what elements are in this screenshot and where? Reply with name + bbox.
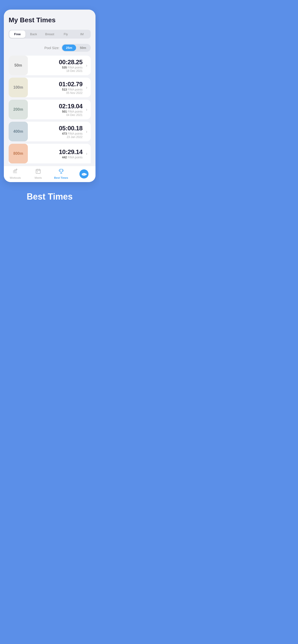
distance-info-800m: 10:29.14 442 FINA points (28, 148, 84, 159)
stroke-tab-free[interactable]: Free (9, 30, 26, 38)
distance-info-50m: 00:28.25 535 FINA points 18 Dec 2021 (28, 58, 84, 72)
nav-best-times-label: Best Times (54, 176, 68, 179)
page-title: My Best Times (9, 16, 91, 24)
table-row[interactable]: 50m 00:28.25 535 FINA points 18 Dec 2021… (9, 56, 91, 75)
bottom-nav: Workouts Meets Best Times (4, 166, 95, 182)
time-value-800m: 10:29.14 (59, 148, 83, 156)
nav-meets[interactable]: Meets (27, 168, 50, 179)
distance-badge-100m: 100m (9, 78, 28, 97)
calendar-icon (35, 168, 41, 176)
stroke-tab-bar: Free Back Breast Fly IM (9, 30, 91, 38)
time-value-50m: 00:28.25 (59, 58, 83, 66)
trophy-icon (58, 168, 64, 176)
table-row[interactable]: 800m 10:29.14 442 FINA points › (9, 144, 91, 164)
distance-badge-200m: 200m (9, 100, 28, 119)
distance-badge-400m: 400m (9, 122, 28, 141)
date-400m: 23 Jan 2022 (67, 135, 83, 139)
fina-row-200m: 501 FINA points (62, 110, 83, 113)
distance-badge-800m: 800m (9, 144, 28, 164)
user-avatar[interactable] (79, 170, 89, 178)
best-times-big-label: Best Times (27, 192, 72, 202)
pool-50m-button[interactable]: 50m (76, 44, 90, 51)
chevron-right-icon: › (86, 151, 87, 156)
time-value-400m: 05:00.18 (59, 124, 83, 132)
pool-25m-button[interactable]: 25m (62, 44, 76, 51)
nav-workouts-label: Workouts (10, 176, 21, 179)
pool-size-label: Pool Size: (44, 46, 60, 50)
nav-meets-label: Meets (35, 176, 42, 179)
distance-badge-50m: 50m (9, 56, 28, 75)
chevron-right-icon: › (86, 85, 87, 90)
distance-info-100m: 01:02.79 513 FINA points 05 Nov 2022 (28, 80, 84, 95)
date-200m: 04 Dec 2021 (66, 113, 83, 117)
nav-workouts[interactable]: Workouts (4, 168, 27, 179)
table-row[interactable]: 100m 01:02.79 513 FINA points 05 Nov 202… (9, 78, 91, 97)
fina-row-400m: 473 FINA points (62, 132, 83, 135)
chevron-right-icon: › (86, 129, 87, 134)
distance-info-400m: 05:00.18 473 FINA points 23 Jan 2022 (28, 124, 84, 139)
main-card: My Best Times Free Back Breast Fly IM Po… (4, 10, 95, 182)
fina-row-50m: 535 FINA points (62, 66, 83, 69)
chevron-right-icon: › (86, 107, 87, 112)
date-100m: 05 Nov 2022 (66, 91, 83, 95)
svg-rect-1 (36, 170, 40, 174)
distance-info-200m: 02:19.04 501 FINA points 04 Dec 2021 (28, 102, 84, 117)
stroke-tab-back[interactable]: Back (26, 30, 42, 38)
stroke-tab-im[interactable]: IM (74, 30, 90, 38)
chevron-right-icon: › (86, 63, 87, 68)
stroke-tab-fly[interactable]: Fly (58, 30, 74, 38)
pool-size-row: Pool Size: 25m 50m (9, 44, 91, 52)
svg-point-0 (16, 169, 17, 170)
fina-row-800m: 442 FINA points (62, 156, 83, 159)
nav-avatar[interactable] (73, 170, 96, 178)
svg-point-6 (83, 174, 83, 174)
date-50m: 18 Dec 2021 (66, 69, 83, 72)
time-value-200m: 02:19.04 (59, 102, 83, 110)
table-row[interactable]: 200m 02:19.04 501 FINA points 04 Dec 202… (9, 100, 91, 119)
fina-row-100m: 513 FINA points (62, 88, 83, 91)
stroke-tab-breast[interactable]: Breast (42, 30, 58, 38)
time-value-100m: 01:02.79 (59, 80, 83, 88)
nav-best-times[interactable]: Best Times (50, 168, 73, 179)
pool-size-toggle: 25m 50m (61, 44, 91, 52)
svg-rect-2 (37, 172, 38, 172)
swimmer-icon (13, 168, 18, 176)
distance-list: 50m 00:28.25 535 FINA points 18 Dec 2021… (9, 56, 91, 164)
table-row[interactable]: 400m 05:00.18 473 FINA points 23 Jan 202… (9, 122, 91, 141)
